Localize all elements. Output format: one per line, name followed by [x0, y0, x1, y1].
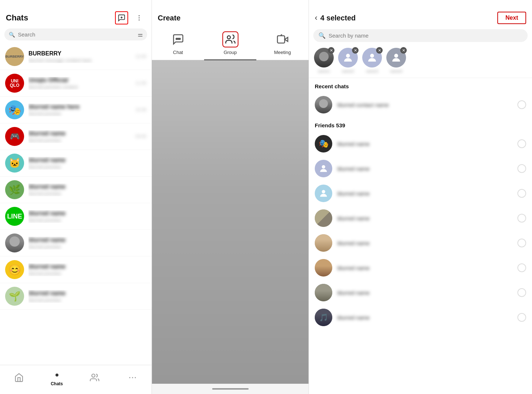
chat-info: blurred name blurred preview [28, 210, 146, 223]
contact-item-friend-2[interactable]: blurred name [309, 156, 532, 181]
radio-button[interactable] [517, 288, 526, 297]
chat-info: blurred name blurred preview [28, 263, 146, 276]
chat-name: blurred name here [28, 104, 131, 110]
chat-preview: blurred preview [28, 191, 146, 196]
nav-contacts[interactable] [76, 372, 114, 384]
remove-badge-3[interactable]: ✕ [376, 47, 383, 54]
chat-item-6[interactable]: 🌿 blurred name blurred preview [0, 177, 152, 203]
svg-rect-13 [277, 36, 284, 43]
remove-badge-4[interactable]: ✕ [400, 47, 407, 54]
new-chat-button[interactable] [115, 11, 128, 24]
create-panel: Create Chat Gr [152, 0, 309, 394]
chat-name: blurred name [28, 130, 131, 137]
nav-chats[interactable]: Chats [38, 370, 76, 386]
chat-item-9[interactable]: 😊 blurred name blurred preview [0, 256, 152, 283]
chat-item-uniqlo[interactable]: UNIQLO Uniqlo Official blurred preview c… [0, 70, 152, 97]
avatar [315, 209, 332, 227]
chat-name: blurred name [28, 263, 146, 270]
contact-item-recent-1[interactable]: blurred contact name [309, 92, 532, 117]
search-bar[interactable]: 🔍 ⚌ [4, 28, 147, 40]
filter-icon[interactable]: ⚌ [138, 31, 143, 38]
tab-chat[interactable]: Chat [152, 31, 204, 60]
contact-item-friend-5[interactable]: blurred name [309, 231, 532, 255]
chat-info: blurred name here blurred preview [28, 104, 131, 116]
avatar: 🎭 [315, 135, 332, 152]
search-icon: 🔍 [9, 32, 15, 38]
tab-group[interactable]: Group [204, 31, 256, 60]
right-search-bar[interactable]: 🔍 [313, 29, 528, 42]
contact-name: blurred contact name [337, 102, 512, 108]
nav-home[interactable] [0, 372, 38, 384]
svg-point-9 [176, 38, 177, 39]
chat-time: 09:00 [135, 134, 146, 139]
contact-item-friend-8[interactable]: 🎵 blurred name [309, 305, 532, 330]
tab-group-label: Group [223, 50, 237, 55]
nav-more[interactable] [114, 372, 152, 384]
contact-name: blurred name [337, 265, 512, 271]
svg-point-5 [92, 374, 95, 377]
contacts-icon [89, 372, 100, 383]
chat-preview: blurred preview [28, 297, 146, 303]
contact-item-friend-4[interactable]: blurred name [309, 206, 532, 231]
chat-item-10[interactable]: 🌱 blurred name blurred preview [0, 283, 152, 310]
chat-time: 12:00 [135, 54, 146, 59]
radio-button[interactable] [517, 139, 526, 148]
chat-info: blurred name blurred preview [28, 157, 146, 170]
svg-point-19 [322, 165, 325, 169]
selected-avatar-3: ✕ name3 [362, 48, 382, 73]
chat-item-4[interactable]: 🎮 blurred name blurred preview 09:00 [0, 123, 152, 150]
chat-name: blurred name [28, 157, 146, 163]
chat-meta: 10:30 [135, 107, 146, 112]
avatar [315, 234, 332, 252]
svg-point-8 [135, 377, 136, 378]
selected-avatar-1: ✕ name1 [314, 48, 334, 73]
next-button[interactable]: Next [497, 12, 526, 24]
more-options-button[interactable] [133, 11, 146, 24]
contact-item-friend-7[interactable]: blurred name [309, 280, 532, 305]
svg-point-16 [346, 54, 350, 58]
radio-button[interactable] [517, 214, 526, 223]
remove-badge-2[interactable]: ✕ [352, 47, 359, 54]
remove-badge-1[interactable]: ✕ [328, 47, 334, 54]
radio-button[interactable] [517, 263, 526, 272]
avatar: 🌿 [5, 180, 24, 199]
home-indicator [152, 384, 309, 394]
avatar: 🌱 [5, 287, 24, 306]
chat-meta: 12:00 [135, 54, 146, 59]
radio-button[interactable] [517, 313, 526, 322]
recent-chats-header: Recent chats [309, 78, 532, 92]
search-input[interactable] [18, 31, 135, 38]
tab-meeting[interactable]: Meeting [256, 31, 309, 60]
selected-name-2: name2 [342, 69, 354, 73]
avatar: 🎭 [5, 100, 24, 119]
indicator-bar [212, 388, 249, 390]
chat-item-3[interactable]: 🎭 blurred name here blurred preview 10:3… [0, 97, 152, 123]
chat-name: BURBERRY [28, 50, 131, 57]
chat-item-line[interactable]: LINE blurred name blurred preview [0, 203, 152, 230]
chat-info: blurred name blurred preview [28, 237, 146, 250]
radio-button[interactable] [517, 189, 526, 198]
svg-point-12 [227, 36, 230, 39]
contact-item-friend-1[interactable]: 🎭 blurred name [309, 131, 532, 156]
chat-item-5[interactable]: 🐱 blurred name blurred preview [0, 150, 152, 177]
chat-item-burberry[interactable]: BURBERRY BURBERRY blurred message conten… [0, 43, 152, 70]
create-header: Create [152, 0, 309, 26]
back-button[interactable]: ‹ [315, 13, 317, 23]
chat-name: Uniqlo Official [28, 77, 131, 84]
contact-select-panel: ‹ 4 selected Next 🔍 ✕ name1 ✕ [309, 0, 532, 394]
contact-item-friend-6[interactable]: blurred name [309, 255, 532, 280]
selected-name-1: name1 [318, 69, 330, 73]
chat-item-8[interactable]: blurred name blurred preview [0, 230, 152, 256]
svg-point-11 [179, 38, 180, 39]
radio-button[interactable] [517, 164, 526, 173]
radio-button[interactable] [517, 100, 526, 109]
svg-point-2 [139, 15, 140, 16]
selected-name-4: name4 [390, 69, 402, 73]
radio-button[interactable] [517, 239, 526, 247]
more-icon [127, 372, 138, 383]
avatar [315, 160, 332, 177]
contact-item-friend-3[interactable]: blurred name [309, 181, 532, 206]
right-search-input[interactable] [329, 32, 523, 39]
chat-name: blurred name [28, 290, 146, 297]
svg-point-7 [132, 377, 133, 378]
